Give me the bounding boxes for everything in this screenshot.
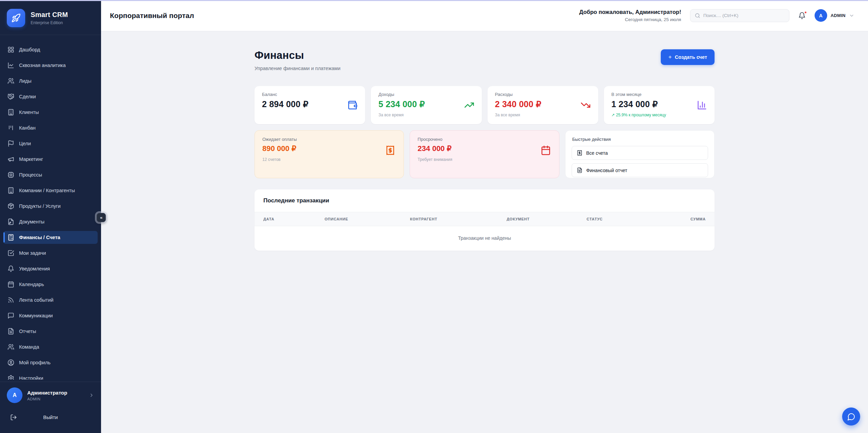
sidebar-item-goals[interactable]: Цели: [3, 137, 98, 150]
quick-action-label: Все счета: [586, 150, 608, 156]
sidebar-item-kanban[interactable]: Канбан: [3, 121, 98, 134]
sidebar-nav: Дашборд viewBox="0 0 24 24" fill="none" …: [0, 38, 101, 380]
logout-button[interactable]: Выйти: [6, 411, 95, 424]
sidebar-item-label: Продукты / Услуги: [19, 203, 61, 209]
sidebar-item-documents[interactable]: Документы: [3, 215, 98, 228]
sidebar-profile[interactable]: A Администратор ADMIN: [0, 382, 101, 409]
sidebar-item-deals[interactable]: Сделки: [3, 90, 98, 103]
chat-button[interactable]: [842, 407, 860, 426]
sidebar-item-processes[interactable]: Процессы: [3, 168, 98, 181]
stat-label: Баланс: [262, 92, 358, 97]
quick-action-all-invoices[interactable]: Все счета: [572, 146, 708, 160]
users-icon: [7, 78, 14, 84]
sidebar: Smart CRM Enterprise Edition Дашборд vie…: [0, 0, 101, 433]
top-accent-strip: [0, 0, 868, 1]
quick-actions-title: Быстрые действия: [572, 137, 708, 142]
table-column-header: ДОКУМЕНТ: [507, 217, 587, 221]
alert-value: 234 000 ₽: [417, 144, 551, 153]
top-header: Корпоративный портал Добро пожаловать, А…: [101, 0, 868, 31]
sidebar-item-label: Сквозная аналитика: [19, 63, 66, 68]
megaphone-icon: [7, 156, 14, 163]
stat-card-this-month: В этом месяце1 234 000 ₽↗ 25.9% к прошло…: [604, 86, 715, 124]
alert-caption: 12 счетов: [262, 157, 396, 162]
stat-card-balance: Баланс2 894 000 ₽: [255, 86, 365, 124]
sidebar-item-feed[interactable]: Лента событий: [3, 294, 98, 306]
sidebar-item-label: Компании / Контрагенты: [19, 188, 75, 193]
sidebar-item-leads[interactable]: Лиды: [3, 74, 98, 87]
search-box[interactable]: [690, 9, 789, 22]
sidebar-item-products[interactable]: Продукты / Услуги: [3, 200, 98, 213]
sidebar-item-profile[interactable]: Мой профиль: [3, 356, 98, 369]
welcome-text: Добро пожаловать, Администратор!: [579, 9, 681, 15]
bar-chart-icon: [697, 100, 707, 110]
users-icon: [7, 344, 14, 350]
alert-card-overdue: Просрочено234 000 ₽Требует внимания: [410, 130, 559, 178]
profile-role: ADMIN: [27, 397, 67, 401]
transactions-title: Последние транзакции: [255, 189, 715, 212]
create-invoice-button[interactable]: + Создать счет: [661, 49, 715, 65]
sidebar-item-clients[interactable]: Клиенты: [3, 106, 98, 119]
sidebar-collapse-button[interactable]: «: [97, 213, 106, 222]
sidebar-item-label: Уведомления: [19, 266, 50, 271]
stat-card-income: Доходы5 234 000 ₽За все время: [371, 86, 481, 124]
avatar: A: [815, 9, 827, 22]
package-icon: [7, 203, 14, 210]
stat-card-expenses: Расходы2 340 000 ₽За все время: [488, 86, 598, 124]
sidebar-item-companies[interactable]: Компании / Контрагенты: [3, 184, 98, 197]
calendar-icon: [541, 145, 551, 155]
sidebar-item-calendar[interactable]: Календарь: [3, 278, 98, 291]
transactions-table-header: ДАТАОПИСАНИЕКОНТРАГЕНТДОКУМЕНТСТАТУССУММ…: [255, 212, 715, 226]
main-area: Корпоративный портал Добро пожаловать, А…: [101, 0, 868, 433]
alert-label: Ожидает оплаты: [262, 137, 396, 142]
quick-actions-card: Быстрые действияВсе счетаФинансовый отче…: [565, 130, 715, 178]
page-subtitle: Управление финансами и платежами: [255, 66, 341, 71]
building-icon: [7, 109, 14, 116]
flag-icon: [7, 140, 14, 147]
sidebar-item-marketing[interactable]: Маркетинг: [3, 153, 98, 166]
calculator-icon: [7, 234, 14, 241]
notifications-button[interactable]: [798, 12, 806, 19]
alert-value: 890 000 ₽: [262, 144, 396, 153]
sidebar-item-communications[interactable]: Коммуникации: [3, 309, 98, 322]
calendar-icon: [7, 281, 14, 288]
chevron-right-icon: [89, 393, 94, 398]
page-title: Финансы: [255, 49, 341, 62]
portal-title: Корпоративный портал: [110, 12, 194, 20]
sidebar-item-dashboard[interactable]: Дашборд: [3, 43, 98, 56]
sidebar-item-finance[interactable]: Финансы / Счета: [3, 231, 98, 244]
stat-label: Доходы: [378, 92, 474, 97]
sidebar-item-notifications[interactable]: Уведомления: [3, 262, 98, 275]
alert-card-pending: Ожидает оплаты890 000 ₽12 счетов: [255, 130, 404, 178]
quick-action-finance-report[interactable]: Финансовый отчет: [572, 163, 708, 177]
chat-bubble-icon: [847, 413, 855, 421]
stat-caption: ↗ 25.9% к прошлому месяцу: [611, 113, 707, 117]
transactions-empty-message: Транзакции не найдены: [255, 226, 715, 251]
user-menu[interactable]: A ADMIN: [815, 9, 854, 22]
app-logo-block[interactable]: Smart CRM Enterprise Edition: [0, 0, 101, 35]
user-circle-icon: [7, 359, 14, 366]
table-column-header: КОНТРАГЕНТ: [410, 217, 507, 221]
logout-label: Выйти: [6, 415, 95, 420]
alert-caption: Требует внимания: [417, 157, 551, 162]
sidebar-item-label: Канбан: [19, 125, 36, 131]
sidebar-item-settings[interactable]: Настройки: [3, 372, 98, 380]
stat-value: 2 340 000 ₽: [495, 99, 591, 109]
sidebar-item-label: Коммуникации: [19, 313, 53, 318]
quick-action-label: Финансовый отчет: [586, 168, 627, 173]
search-input[interactable]: [703, 13, 785, 18]
sidebar-item-label: Мои задачи: [19, 250, 46, 256]
sidebar-item-team[interactable]: Команда: [3, 340, 98, 353]
sidebar-item-label: Цели: [19, 141, 31, 146]
stat-value: 2 894 000 ₽: [262, 99, 358, 109]
page-content: Финансы Управление финансами и платежами…: [101, 31, 868, 433]
bell-icon: [7, 265, 14, 272]
sidebar-item-tasks[interactable]: Мои задачи: [3, 247, 98, 260]
sidebar-item-reports[interactable]: Отчеты: [3, 325, 98, 338]
sidebar-item-label: Отчеты: [19, 329, 36, 334]
chevron-down-icon: [849, 13, 854, 18]
table-column-header: СТАТУС: [587, 217, 655, 221]
sidebar-item-label: Процессы: [19, 172, 42, 178]
sidebar-item-label: Сделки: [19, 94, 36, 99]
notification-badge: [804, 11, 807, 14]
sidebar-item-analytics[interactable]: viewBox="0 0 24 24" fill="none" stroke="…: [3, 59, 98, 72]
